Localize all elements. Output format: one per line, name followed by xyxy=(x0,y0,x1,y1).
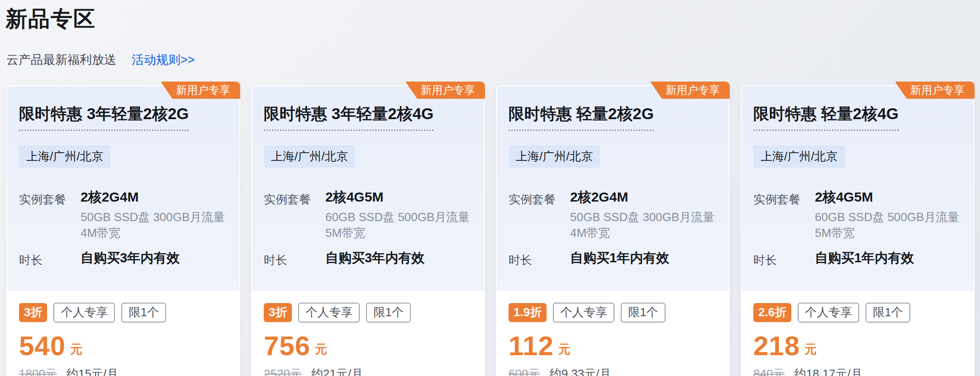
personal-exclusive-badge: 个人专享 xyxy=(553,303,614,323)
badge-row: 3折 个人专享 限1个 xyxy=(19,303,228,323)
card-title: 限时特惠 轻量2核2G xyxy=(509,106,654,131)
price-compare-row: 840元 约18.17元/月 xyxy=(753,366,962,376)
spec-detail-line: 4M带宽 xyxy=(570,225,714,241)
card-info-section: 限时特惠 轻量2核2G 上海/广州/北京 实例套餐 2核2G4M 50GB SS… xyxy=(497,86,729,291)
duration-label: 时长 xyxy=(753,251,815,268)
spec-detail-line: 5M带宽 xyxy=(815,225,959,241)
new-user-ribbon: 新用户专享 xyxy=(161,82,240,99)
limit-one-badge: 限1个 xyxy=(366,303,410,323)
spec-label: 实例套餐 xyxy=(264,190,325,207)
page-subtitle: 云产品最新福利放送 xyxy=(6,52,116,68)
spec-value-block: 2核2G4M 50GB SSD盘 300GB月流量 4M带宽 xyxy=(570,190,714,241)
spec-details: 60GB SSD盘 500GB月流量 5M带宽 xyxy=(815,209,959,241)
card-price-section: 3折 个人专享 限1个 540 元 1800元 约15元/月 xyxy=(7,291,239,376)
region-tag: 上海/广州/北京 xyxy=(509,145,600,168)
spec-detail-line: 60GB SSD盘 500GB月流量 xyxy=(325,209,470,225)
monthly-price: 约9.33元/月 xyxy=(550,367,611,376)
personal-exclusive-badge: 个人专享 xyxy=(298,303,360,323)
original-price: 600元 xyxy=(509,367,540,376)
card-price-section: 1.9折 个人专享 限1个 112 元 600元 约9.33元/月 xyxy=(497,291,729,376)
limit-one-badge: 限1个 xyxy=(866,303,910,323)
product-card[interactable]: 新用户专享 限时特惠 轻量2核4G 上海/广州/北京 实例套餐 2核4G5M 6… xyxy=(741,85,975,376)
price-unit: 元 xyxy=(804,341,817,360)
price-unit: 元 xyxy=(315,341,327,360)
new-user-ribbon: 新用户专享 xyxy=(895,82,975,99)
price-row: 756 元 xyxy=(264,333,472,360)
discount-badge: 3折 xyxy=(19,303,47,322)
duration-row: 时长 自购买1年内有效 xyxy=(509,251,717,268)
spec-detail-line: 50GB SSD盘 300GB月流量 xyxy=(570,209,714,225)
spec-label: 实例套餐 xyxy=(753,190,815,207)
spec-value: 2核2G4M xyxy=(81,190,225,204)
monthly-price: 约18.17元/月 xyxy=(794,367,862,376)
card-info-section: 限时特惠 轻量2核4G 上海/广州/北京 实例套餐 2核4G5M 60GB SS… xyxy=(742,86,974,291)
duration-value: 自购买1年内有效 xyxy=(570,251,669,265)
price-value: 756 xyxy=(264,333,310,360)
region-tag: 上海/广州/北京 xyxy=(19,145,110,168)
region-tag: 上海/广州/北京 xyxy=(264,145,355,168)
badge-row: 2.6折 个人专享 限1个 xyxy=(753,303,962,323)
page-title: 新品专区 xyxy=(5,5,980,34)
duration-label: 时长 xyxy=(264,251,325,268)
price-value: 218 xyxy=(753,333,800,360)
activity-rules-link[interactable]: 活动规则>> xyxy=(132,52,195,68)
duration-value: 自购买1年内有效 xyxy=(815,251,914,265)
original-price: 840元 xyxy=(753,367,785,376)
spec-detail-line: 50GB SSD盘 300GB月流量 xyxy=(81,209,225,225)
discount-badge: 3折 xyxy=(264,303,292,322)
spec-row: 实例套餐 2核4G5M 60GB SSD盘 500GB月流量 5M带宽 xyxy=(264,190,472,241)
duration-row: 时长 自购买3年内有效 xyxy=(19,251,228,268)
price-compare-row: 1800元 约15元/月 xyxy=(19,366,228,376)
spec-detail-line: 4M带宽 xyxy=(81,225,225,241)
discount-badge: 2.6折 xyxy=(753,303,791,322)
spec-label: 实例套餐 xyxy=(509,190,570,207)
spec-value-block: 2核2G4M 50GB SSD盘 300GB月流量 4M带宽 xyxy=(81,190,225,241)
price-compare-row: 2520元 约21元/月 xyxy=(264,366,472,376)
card-price-section: 3折 个人专享 限1个 756 元 2520元 约21元/月 xyxy=(252,291,484,376)
product-card-grid: 新用户专享 限时特惠 3年轻量2核2G 上海/广州/北京 实例套餐 2核2G4M… xyxy=(6,85,975,376)
badge-row: 3折 个人专享 限1个 xyxy=(264,303,472,323)
card-title: 限时特惠 3年轻量2核4G xyxy=(264,106,433,131)
price-row: 112 元 xyxy=(509,333,717,360)
personal-exclusive-badge: 个人专享 xyxy=(53,303,115,323)
duration-value: 自购买3年内有效 xyxy=(325,251,424,265)
region-tag: 上海/广州/北京 xyxy=(753,145,845,168)
price-row: 540 元 xyxy=(19,333,228,360)
card-info-section: 限时特惠 3年轻量2核2G 上海/广州/北京 实例套餐 2核2G4M 50GB … xyxy=(7,86,239,291)
card-title: 限时特惠 3年轻量2核2G xyxy=(19,106,189,131)
spec-label: 实例套餐 xyxy=(19,190,81,207)
price-unit: 元 xyxy=(558,341,571,360)
product-card[interactable]: 新用户专享 限时特惠 3年轻量2核2G 上海/广州/北京 实例套餐 2核2G4M… xyxy=(6,85,240,376)
discount-badge: 1.9折 xyxy=(509,303,547,322)
monthly-price: 约21元/月 xyxy=(311,367,363,376)
spec-value: 2核4G5M xyxy=(815,190,959,204)
original-price: 2520元 xyxy=(264,367,302,376)
duration-label: 时长 xyxy=(19,251,81,268)
product-card[interactable]: 新用户专享 限时特惠 轻量2核2G 上海/广州/北京 实例套餐 2核2G4M 5… xyxy=(496,85,730,376)
limit-one-badge: 限1个 xyxy=(121,303,166,323)
spec-value-block: 2核4G5M 60GB SSD盘 500GB月流量 5M带宽 xyxy=(815,190,959,241)
spec-detail-line: 5M带宽 xyxy=(325,225,470,241)
price-row: 218 元 xyxy=(753,333,962,360)
spec-row: 实例套餐 2核4G5M 60GB SSD盘 500GB月流量 5M带宽 xyxy=(753,190,962,241)
spec-value-block: 2核4G5M 60GB SSD盘 500GB月流量 5M带宽 xyxy=(325,190,470,241)
personal-exclusive-badge: 个人专享 xyxy=(798,303,859,323)
spec-details: 50GB SSD盘 300GB月流量 4M带宽 xyxy=(570,209,714,241)
spec-details: 50GB SSD盘 300GB月流量 4M带宽 xyxy=(81,209,225,241)
price-unit: 元 xyxy=(70,341,82,360)
price-value: 112 xyxy=(509,333,554,360)
new-user-ribbon: 新用户专享 xyxy=(650,82,730,99)
page-header: 新品专区 云产品最新福利放送 活动规则>> xyxy=(0,0,980,68)
spec-detail-line: 60GB SSD盘 500GB月流量 xyxy=(815,209,959,225)
monthly-price: 约15元/月 xyxy=(67,367,118,376)
price-compare-row: 600元 约9.33元/月 xyxy=(509,366,717,376)
duration-row: 时长 自购买3年内有效 xyxy=(264,251,472,268)
spec-details: 60GB SSD盘 500GB月流量 5M带宽 xyxy=(325,209,470,241)
product-card[interactable]: 新用户专享 限时特惠 3年轻量2核4G 上海/广州/北京 实例套餐 2核4G5M… xyxy=(251,85,485,376)
spec-value: 2核4G5M xyxy=(325,190,470,204)
new-user-ribbon: 新用户专享 xyxy=(405,82,485,99)
original-price: 1800元 xyxy=(19,367,57,376)
card-price-section: 2.6折 个人专享 限1个 218 元 840元 约18.17元/月 xyxy=(742,291,974,376)
page-subtitle-row: 云产品最新福利放送 活动规则>> xyxy=(6,52,980,68)
spec-row: 实例套餐 2核2G4M 50GB SSD盘 300GB月流量 4M带宽 xyxy=(19,190,228,241)
